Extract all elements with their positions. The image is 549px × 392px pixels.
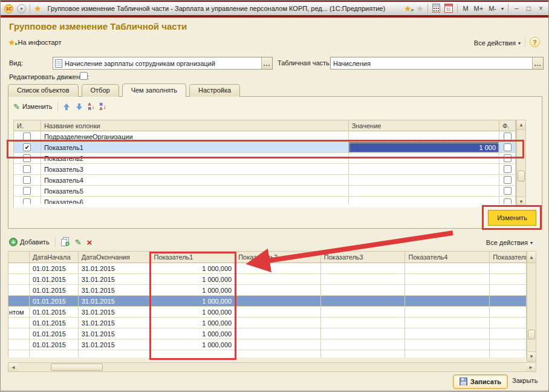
table-row-selected[interactable]: ✔ Показатель1 1 000: [14, 142, 516, 153]
col-value[interactable]: Значение: [349, 120, 499, 131]
maximize-button[interactable]: □: [525, 4, 533, 13]
scrollbar-thumb[interactable]: [528, 330, 535, 339]
row-checkbox[interactable]: [23, 198, 31, 204]
minimize-button[interactable]: –: [513, 4, 521, 13]
f-checkbox[interactable]: [504, 132, 512, 140]
system-menu-icon[interactable]: ▾: [17, 4, 26, 13]
col-p4[interactable]: Показатель4: [405, 252, 490, 263]
tab-object-list[interactable]: Список объектов: [8, 84, 79, 97]
help-button[interactable]: ?: [530, 37, 540, 47]
scroll-down-icon[interactable]: ▼: [517, 197, 525, 206]
value-cell-editing[interactable]: 1 000: [349, 142, 499, 153]
horizontal-scrollbar[interactable]: ◄ ►: [8, 362, 536, 372]
copy-row-icon[interactable]: [61, 237, 70, 247]
tabular-part-value[interactable]: Начисления: [331, 60, 532, 67]
upper-vertical-scrollbar[interactable]: ▲ ▼: [516, 120, 526, 207]
table-row[interactable]: 01.01.2015 31.01.2015 1 000,000: [8, 339, 526, 350]
table-row[interactable]: ПодразделениеОрганизации: [14, 131, 516, 142]
save-button[interactable]: Записать: [453, 374, 508, 389]
green-arrow-icon: ▸: [411, 5, 414, 14]
f-checkbox[interactable]: [504, 187, 512, 195]
f-checkbox[interactable]: [504, 165, 512, 173]
scroll-up-icon[interactable]: ▲: [517, 120, 525, 130]
col-p1[interactable]: Показатель1: [151, 252, 235, 263]
1c-logo-icon[interactable]: 1С: [4, 4, 13, 13]
edit-movements-checkbox[interactable]: [80, 72, 88, 80]
lower-table-header: ДатаНачала ДатаОкончания Показатель1 Пок…: [8, 252, 526, 263]
table-row[interactable]: 01.01.2015 31.01.2015 1 000,000: [8, 328, 526, 339]
kind-value[interactable]: Начисление зарплаты сотрудникам организа…: [62, 60, 261, 67]
memory-m-button[interactable]: M: [462, 5, 469, 12]
tabular-ellipsis-button[interactable]: ...: [532, 57, 543, 69]
add-button[interactable]: + Добавить: [9, 238, 50, 246]
calculator-icon[interactable]: [432, 4, 440, 14]
row-checkbox[interactable]: [23, 132, 31, 140]
scrollbar-thumb[interactable]: [518, 171, 525, 181]
scroll-left-icon[interactable]: ◄: [8, 363, 18, 371]
move-up-icon[interactable]: [63, 103, 71, 110]
table-row[interactable]: Показатель2: [14, 153, 516, 164]
table-row[interactable]: 01.01.2015 31.01.2015 1 000,000: [8, 263, 526, 274]
table-row[interactable]: Показатель4: [14, 175, 516, 186]
table-row[interactable]: 01.01.2015 31.01.2015 1 000,000: [8, 285, 526, 296]
f-checkbox[interactable]: [504, 143, 512, 151]
change-button[interactable]: Изменить: [488, 210, 536, 226]
all-actions-button-top[interactable]: Все действия▾: [474, 39, 521, 47]
delete-row-icon[interactable]: ×: [87, 238, 93, 247]
close-form-button[interactable]: Закрыть: [512, 377, 538, 384]
table-row[interactable]: Показатель3: [14, 164, 516, 175]
scroll-down-icon[interactable]: ▼: [527, 351, 536, 361]
infostart-link[interactable]: ★▸ На инфостарт: [8, 38, 62, 47]
row-checkbox[interactable]: [23, 187, 31, 195]
scroll-up-icon[interactable]: ▲: [527, 252, 536, 263]
f-checkbox[interactable]: [504, 154, 512, 162]
col-name[interactable]: Название колонки: [41, 120, 349, 131]
col-date-end[interactable]: ДатаОкончания: [79, 252, 151, 263]
col-flag[interactable]: И.: [14, 120, 41, 131]
table-row-clipped[interactable]: Показатель6: [14, 197, 516, 204]
favorites-list-icon[interactable]: ★: [416, 4, 424, 13]
tab-fill-with[interactable]: Чем заполнять: [122, 83, 186, 97]
tab-strip: Список объектов Отбор Чем заполнять Наст…: [8, 84, 240, 97]
sort-ascending-icon[interactable]: АЯ ↓: [88, 102, 95, 111]
kind-field[interactable]: Начисление зарплаты сотрудникам организа…: [53, 57, 273, 70]
row-checkbox[interactable]: [23, 154, 31, 162]
row-checkbox[interactable]: [23, 165, 31, 173]
f-checkbox[interactable]: [504, 198, 512, 204]
col-p2[interactable]: Показатель2: [235, 252, 321, 263]
memory-m-plus-button[interactable]: M+: [473, 5, 484, 12]
table-row[interactable]: 01.01.2015 31.01.2015 1 000,000: [8, 274, 526, 285]
add-to-favorites-icon[interactable]: ★▸: [404, 4, 412, 13]
tabular-part-label: Табличная часть::: [278, 59, 333, 67]
scroll-right-icon[interactable]: ►: [526, 363, 536, 371]
scrollbar-thumb[interactable]: [51, 364, 103, 371]
move-down-icon[interactable]: [76, 103, 83, 110]
edit-value-button[interactable]: ✎ Изменить: [13, 103, 53, 111]
tabular-part-field[interactable]: Начисления ...: [330, 57, 544, 70]
tab-settings[interactable]: Настройка: [189, 84, 240, 97]
memory-m-minus-button[interactable]: M-: [488, 5, 497, 12]
calendar-icon[interactable]: 31: [444, 4, 453, 14]
edit-row-icon[interactable]: ✎: [75, 238, 82, 246]
all-actions-button-lower[interactable]: Все действия▾: [486, 239, 533, 246]
col-p5[interactable]: Показатель5: [490, 252, 526, 263]
col-rowhead: [8, 252, 30, 263]
close-button[interactable]: ×: [537, 4, 545, 13]
col-date-start[interactable]: ДатаНачала: [30, 252, 79, 263]
table-row-selected[interactable]: 01.01.2015 31.01.2015 1 000,000: [8, 296, 526, 307]
f-checkbox[interactable]: [504, 176, 512, 184]
sort-descending-icon[interactable]: ЯА ↓: [100, 102, 106, 111]
favorites-star-icon[interactable]: ★: [34, 4, 42, 13]
table-row[interactable]: 01.01.2015 31.01.2015 1 000,000: [8, 318, 526, 328]
kind-ellipsis-button[interactable]: ...: [261, 57, 272, 69]
window-bottom-border: [1, 390, 548, 391]
col-f[interactable]: Ф.: [499, 120, 516, 131]
row-checkbox[interactable]: [23, 176, 31, 184]
col-p3[interactable]: Показатель3: [321, 252, 406, 263]
table-row[interactable]: нтом 01.01.2015 31.01.2015 1 000,000: [8, 307, 526, 318]
table-row[interactable]: Показатель5: [14, 186, 516, 197]
row-checkbox[interactable]: ✔: [23, 143, 31, 151]
tab-filter[interactable]: Отбор: [82, 84, 119, 97]
lower-vertical-scrollbar[interactable]: ▲ ▼: [527, 251, 536, 362]
chevron-down-icon[interactable]: ▾: [501, 6, 504, 11]
